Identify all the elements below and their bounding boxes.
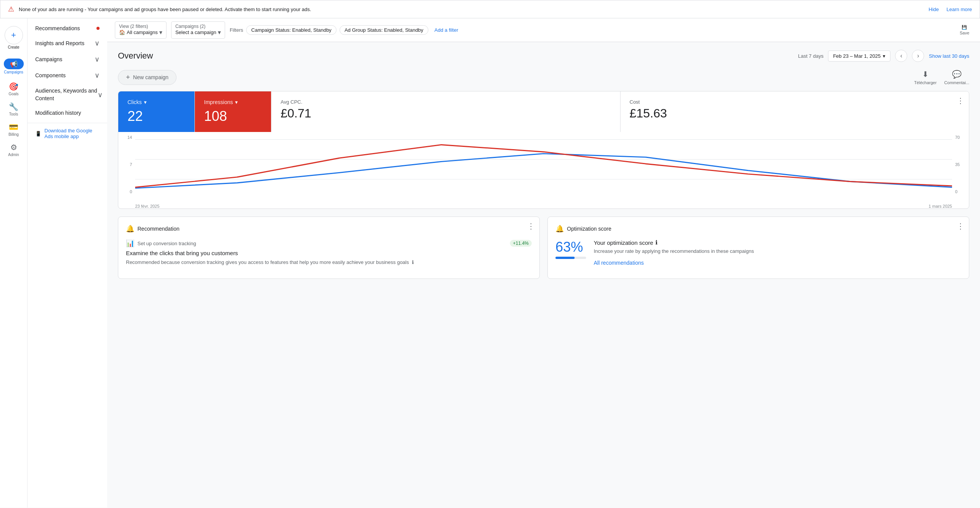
create-icon[interactable]: + [5,26,23,44]
rec-badge: +11.4% [510,240,532,247]
download-icon: ⬇ [922,70,929,79]
main-content: View (2 filters) 🏠 All campaigns ▾ Campa… [107,18,980,508]
sidebar-item-campaigns[interactable]: 📢 Campaigns [0,55,27,77]
left-panel: + Create 📢 Campaigns 🎯 Goals 🔧 Tools 💳 B [0,18,107,508]
avg-cpc-label: Avg CPC. [281,99,611,105]
opt-desc-col: Your optimization score ℹ Increase your … [594,239,754,266]
opt-title: Your optimization score ℹ [594,239,754,246]
recommendation-more-icon[interactable]: ⋮ [527,221,535,231]
rec-chart-icon: 📊 [126,239,134,247]
opt-content: 63% Your optimization score ℹ Increase y… [555,239,961,266]
rec-row: 📊 Set up conversion tracking +11.4% [126,239,532,247]
alert-hide-link[interactable]: Hide [929,7,939,12]
filter-chips-area: Filters Campaign Status: Enabled, Standb… [230,25,952,35]
recommendation-item: 📊 Set up conversion tracking +11.4% Exam… [126,239,532,266]
impressions-value: 108 [204,108,262,124]
tools-label: Tools [9,112,18,116]
sidebar-item-billing[interactable]: 💳 Billing [0,119,27,140]
clicks-label: Clicks [127,99,142,105]
optimization-more-icon[interactable]: ⋮ [957,221,964,231]
menu-item-components[interactable]: Components ∨ [28,67,107,83]
mobile-app-icon: 📱 [35,131,41,137]
opt-desc: Increase your rate by applying the recom… [594,247,754,255]
chart-area: 14 7 0 [118,132,969,208]
create-label: Create [8,45,19,49]
text-menu: Recommendations Insights and Reports ∨ C… [28,18,107,508]
x-label-end: 1 mars 2025 [929,204,952,208]
metric-card-impressions[interactable]: Impressions ▾ 108 [195,91,271,132]
date-prev-button[interactable]: ‹ [895,50,907,62]
clicks-value: 22 [127,108,185,124]
campaigns-label: Campaigns [4,70,23,74]
menu-label-recommendations: Recommendations [35,25,80,31]
chart-y-labels-right: 70 35 0 [954,132,969,197]
y-right-bot: 0 [955,189,957,194]
opt-title-text: Your optimization score [594,239,653,246]
recommendations-badge [96,27,100,30]
opt-score-value: 63% [555,239,586,255]
metrics-row: Clicks ▾ 22 Impressions ▾ 108 [118,91,969,132]
icon-column: + Create 📢 Campaigns 🎯 Goals 🔧 Tools 💳 B [0,18,28,508]
alert-banner: ⚠ None of your ads are running - Your ca… [0,0,980,18]
y-left-bot: 0 [130,189,132,194]
rec-desc-text: Recommended because conversion tracking … [126,259,409,265]
overview-section: Overview Last 7 days Feb 23 – Mar 1, 202… [107,42,980,508]
show-last-30-link[interactable]: Show last 30 days [929,53,969,59]
all-campaigns-label: All campaigns [127,29,158,35]
campaigns-filter-value: Select a campaign ▾ [175,29,221,36]
new-campaign-button[interactable]: + New campaign [118,70,176,85]
new-campaign-row: + New campaign ⬇ Télécharger 💬 Commentai… [118,70,969,85]
rec-desc: Recommended because conversion tracking … [126,259,532,266]
y-right-top: 70 [955,135,960,140]
save-button[interactable]: 💾 Save [957,23,972,37]
home-icon: 🏠 [119,29,125,35]
cost-label: Cost [630,99,960,105]
date-next-button[interactable]: › [912,50,924,62]
chart-y-labels-left: 14 7 0 [118,132,134,197]
view-filter-dropdown[interactable]: View (2 filters) 🏠 All campaigns ▾ [115,21,167,39]
comment-button[interactable]: 💬 Commentai... [944,70,969,85]
date-controls: Last 7 days Feb 23 – Mar 1, 2025 ▾ ‹ › S… [798,50,969,62]
campaigns-filter-inner: Campaigns (2) Select a campaign ▾ [175,24,221,36]
avg-cpc-value: £0.71 [281,106,611,120]
menu-label-modification: Modification history [35,110,81,116]
impressions-label: Impressions [204,99,233,105]
chart-svg [135,135,952,197]
metric-card-avg-cpc: Avg CPC. £0.71 [271,91,621,132]
cost-more-icon[interactable]: ⋮ [957,96,964,105]
metrics-chart-card: Clicks ▾ 22 Impressions ▾ 108 [118,91,969,209]
download-button[interactable]: ⬇ Télécharger [914,70,937,85]
alert-icon: ⚠ [8,5,14,13]
goals-icon: 🎯 [9,82,18,91]
menu-label-components: Components [35,72,65,78]
menu-item-campaigns[interactable]: Campaigns ∨ [28,51,107,67]
campaign-status-chip[interactable]: Campaign Status: Enabled, Standby [246,25,336,35]
menu-item-audiences[interactable]: Audiences, Keywords and Content ∨ [28,83,107,106]
adgroup-status-chip[interactable]: Ad Group Status: Enabled, Standby [340,25,428,35]
chart-x-labels: 23 févr. 2025 1 mars 2025 [135,204,952,208]
sidebar-item-create[interactable]: + Create [0,23,27,52]
view-chevron-icon: ▾ [159,29,162,36]
sidebar-item-goals[interactable]: 🎯 Goals [0,79,27,99]
sidebar-item-tools[interactable]: 🔧 Tools [0,99,27,119]
add-filter-btn[interactable]: Add a filter [431,26,461,34]
save-icon: 💾 [962,25,967,30]
view-filter-value: 🏠 All campaigns ▾ [119,29,162,36]
menu-item-modification[interactable]: Modification history [28,106,107,120]
all-recommendations-link[interactable]: All recommendations [594,260,644,266]
sidebar-footer[interactable]: 📱 Download the Google Ads mobile app [28,123,107,144]
campaigns-filter-dropdown[interactable]: Campaigns (2) Select a campaign ▾ [171,21,225,39]
menu-item-recommendations[interactable]: Recommendations [28,21,107,35]
alert-learn-more-link[interactable]: Learn more [947,7,972,12]
goals-label: Goals [8,92,18,96]
menu-item-insights[interactable]: Insights and Reports ∨ [28,35,107,51]
comment-label: Commentai... [944,80,969,85]
clicks-header: Clicks ▾ [127,99,185,105]
chart-svg-wrap [135,135,952,197]
alert-left: ⚠ None of your ads are running - Your ca… [8,5,929,13]
impressions-dropdown-icon: ▾ [235,99,238,105]
download-label: Télécharger [914,80,937,85]
metric-card-clicks[interactable]: Clicks ▾ 22 [118,91,195,132]
sidebar-item-admin[interactable]: ⚙ Admin [0,140,27,160]
date-picker-button[interactable]: Feb 23 – Mar 1, 2025 ▾ [828,50,890,62]
